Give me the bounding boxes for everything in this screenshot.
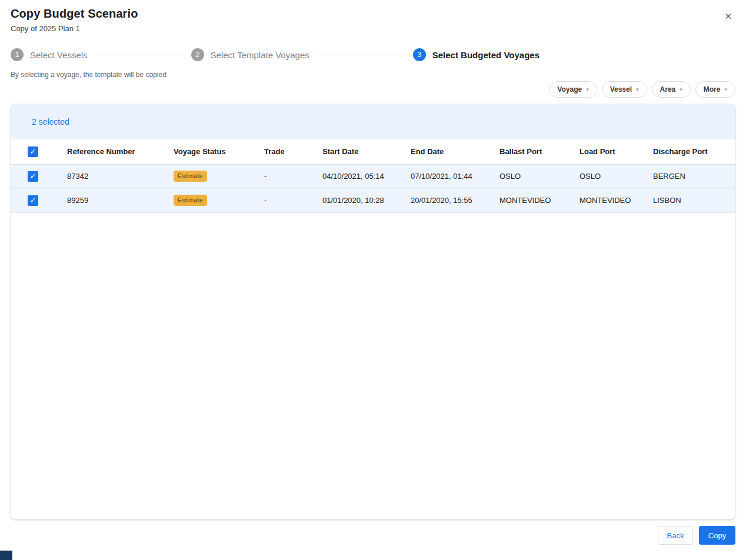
copy-button[interactable]: Copy [699,526,735,545]
row-checkbox[interactable]: ✓ [28,171,38,182]
column-header: Discharge Port [653,139,735,164]
chevron-down-icon: ▾ [680,86,682,92]
filter-label: Area [660,85,676,94]
page-title: Copy Budget Scenario [11,7,138,21]
cell-ballast-port: MONTEVIDEO [499,188,580,212]
cell-discharge-port: BERGEN [653,164,735,188]
cell-reference-number: 87342 [67,164,174,188]
step-number-badge: 1 [11,48,24,61]
selection-bar: 2 selected [11,104,735,139]
cell-trade: - [264,188,322,212]
step-label: Select Template Voyages [211,50,309,60]
step-select-template-voyages[interactable]: 2Select Template Voyages [191,48,309,61]
filter-vessel-button[interactable]: Vessel▾ [602,81,647,98]
dialog-titles: Copy Budget Scenario Copy of 2025 Plan 1 [11,7,138,33]
cell-trade: - [264,164,322,188]
underlying-page-corner [0,551,12,560]
row-checkbox-cell: ✓ [11,188,67,212]
cell-end-date: 20/01/2020, 15:55 [411,188,499,212]
step-label: Select Budgeted Voyages [432,50,539,60]
table-header-row: ✓Reference NumberVoyage StatusTradeStart… [11,139,735,164]
cell-start-date: 01/01/2020, 10:28 [322,188,411,212]
row-checkbox[interactable]: ✓ [28,195,38,206]
cell-voyage-status: Estimate [174,164,264,188]
header-checkbox-cell: ✓ [11,139,67,164]
cell-start-date: 04/10/2021, 05:14 [322,164,411,188]
column-header: Trade [264,139,322,164]
row-checkbox-cell: ✓ [11,164,67,188]
filter-bar: Voyage▾Vessel▾Area▾More▾ [0,81,746,98]
cell-ballast-port: OSLO [499,164,580,188]
column-header: Reference Number [67,139,174,164]
back-button[interactable]: Back [658,526,693,545]
step-label: Select Vessels [30,50,88,60]
status-badge: Estimate [174,171,207,182]
dialog-footer: Back Copy [0,519,746,545]
step-select-budgeted-voyages[interactable]: 3Select Budgeted Voyages [413,48,539,61]
table-body: ✓87342Estimate-04/10/2021, 05:1407/10/20… [11,164,735,212]
step-connector [95,55,184,55]
selected-count: 2 selected [32,117,69,126]
cell-voyage-status: Estimate [174,188,264,212]
stepper: 1Select Vessels2Select Template Voyages3… [0,48,746,61]
step-number-badge: 2 [191,48,204,61]
column-header: Load Port [580,139,653,164]
step-number-badge: 3 [413,48,426,61]
column-header: Ballast Port [499,139,580,164]
copy-budget-scenario-dialog: Copy Budget Scenario Copy of 2025 Plan 1… [0,0,746,545]
column-header: Voyage Status [174,139,264,164]
filter-voyage-button[interactable]: Voyage▾ [549,81,597,98]
select-all-checkbox[interactable]: ✓ [28,146,38,157]
voyages-panel: 2 selected ✓Reference NumberVoyage Statu… [11,104,735,519]
step-connector [317,55,406,55]
cell-end-date: 07/10/2021, 01:44 [411,164,499,188]
table-row[interactable]: ✓89259Estimate-01/01/2020, 10:2820/01/20… [11,188,735,212]
cell-reference-number: 89259 [67,188,174,212]
filter-more-button[interactable]: More▾ [695,81,735,98]
close-icon: ✕ [724,11,732,21]
cell-discharge-port: LISBON [653,188,735,212]
column-header: Start Date [322,139,411,164]
filter-label: Voyage [557,85,582,94]
step-select-vessels[interactable]: 1Select Vessels [11,48,88,61]
chevron-down-icon: ▾ [636,86,639,92]
dialog-header: Copy Budget Scenario Copy of 2025 Plan 1… [0,0,746,33]
hint-text: By selecting a voyage, the template will… [0,71,746,79]
cell-load-port: MONTEVIDEO [580,188,653,212]
dialog-subtitle: Copy of 2025 Plan 1 [11,24,138,33]
chevron-down-icon: ▾ [724,86,727,92]
voyages-table: ✓Reference NumberVoyage StatusTradeStart… [11,139,735,213]
column-header: End Date [411,139,499,164]
filter-label: More [704,85,721,94]
filter-area-button[interactable]: Area▾ [652,81,691,98]
status-badge: Estimate [174,195,207,206]
close-button[interactable]: ✕ [721,8,735,24]
chevron-down-icon: ▾ [586,86,589,92]
cell-load-port: OSLO [580,164,653,188]
table-row[interactable]: ✓87342Estimate-04/10/2021, 05:1407/10/20… [11,164,735,188]
filter-label: Vessel [610,85,632,94]
